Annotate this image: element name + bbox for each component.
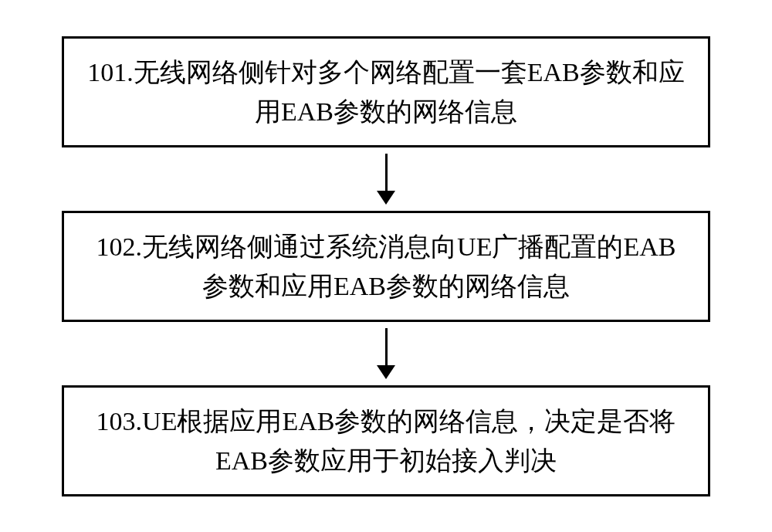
flowchart-container: 101.无线网络侧针对多个网络配置一套EAB参数和应用EAB参数的网络信息 10… bbox=[46, 36, 726, 496]
flow-step-102: 102.无线网络侧通过系统消息向UE广播配置的EAB参数和应用EAB参数的网络信… bbox=[62, 211, 710, 322]
arrow-icon bbox=[377, 328, 395, 379]
flow-step-101: 101.无线网络侧针对多个网络配置一套EAB参数和应用EAB参数的网络信息 bbox=[62, 36, 710, 147]
arrow-line bbox=[385, 328, 388, 365]
step-text: 103.UE根据应用EAB参数的网络信息，决定是否将EAB参数应用于初始接入判决 bbox=[96, 407, 676, 475]
flow-step-103: 103.UE根据应用EAB参数的网络信息，决定是否将EAB参数应用于初始接入判决 bbox=[62, 385, 710, 496]
arrow-line bbox=[385, 154, 388, 191]
step-text: 101.无线网络侧针对多个网络配置一套EAB参数和应用EAB参数的网络信息 bbox=[87, 58, 685, 126]
step-text: 102.无线网络侧通过系统消息向UE广播配置的EAB参数和应用EAB参数的网络信… bbox=[96, 232, 676, 300]
arrow-head-icon bbox=[377, 365, 395, 379]
arrow-head-icon bbox=[377, 191, 395, 205]
arrow-icon bbox=[377, 154, 395, 205]
